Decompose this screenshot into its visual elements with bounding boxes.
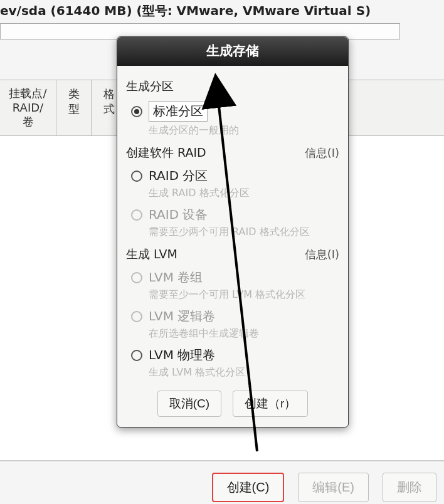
radio-icon [131, 311, 142, 322]
lvm-info-link[interactable]: 信息(I) [305, 247, 339, 262]
option-label: LVM 卷组 [149, 269, 203, 286]
option-lvm-vg: LVM 卷组 [131, 269, 339, 286]
option-label: RAID 设备 [149, 206, 208, 223]
col-mountpoint[interactable]: 挂载点/ RAID/卷 [0, 80, 56, 135]
dialog-title: 生成存储 [117, 37, 348, 66]
col-type[interactable]: 类型 [56, 80, 92, 135]
option-desc: 生成 RAID 格式化分区 [149, 187, 339, 200]
delete-button: 删除 [383, 473, 436, 502]
option-desc: 生成 LVM 格式化分区 [149, 366, 339, 379]
option-standard-partition[interactable]: 标准分区 [131, 101, 339, 122]
option-lvm-lv: LVM 逻辑卷 [131, 308, 339, 325]
edit-button: 编辑(E) [298, 473, 369, 502]
option-raid-partition[interactable]: RAID 分区 [131, 167, 339, 184]
section-create-lvm: 生成 LVM [126, 246, 177, 263]
radio-icon [131, 272, 142, 283]
option-desc: 需要至少一个可用 LVM 格式化分区 [149, 288, 339, 302]
radio-icon[interactable] [131, 106, 142, 117]
raid-info-link[interactable]: 信息(I) [305, 145, 339, 160]
create-storage-dialog: 生成存储 生成分区 标准分区 生成分区的一般用的 创建软件 RAID 信息(I)… [117, 36, 349, 428]
disk-header: ev/sda (61440 MB) (型号: VMware, VMware Vi… [0, 0, 444, 23]
option-label: 标准分区 [149, 101, 208, 122]
option-lvm-pv[interactable]: LVM 物理卷 [131, 347, 339, 364]
option-label: RAID 分区 [149, 167, 208, 184]
option-label: LVM 物理卷 [149, 347, 215, 364]
option-desc: 生成分区的一般用的 [149, 124, 339, 137]
section-create-raid: 创建软件 RAID [126, 145, 206, 161]
option-desc: 在所选卷组中生成逻辑卷 [149, 327, 339, 340]
bottom-toolbar: 创建(C) 编辑(E) 删除 [0, 461, 444, 502]
radio-icon [131, 209, 142, 221]
create-button[interactable]: 创建(C) [212, 473, 285, 502]
option-label: LVM 逻辑卷 [149, 308, 215, 325]
option-raid-device: RAID 设备 [131, 206, 339, 223]
radio-icon[interactable] [131, 350, 142, 361]
option-desc: 需要至少两个可用 RAID 格式化分区 [149, 226, 339, 239]
section-create-partition: 生成分区 [126, 78, 174, 95]
radio-icon[interactable] [131, 171, 142, 182]
dialog-create-button[interactable]: 创建（r） [233, 391, 308, 417]
dialog-cancel-button[interactable]: 取消(C) [157, 391, 221, 417]
